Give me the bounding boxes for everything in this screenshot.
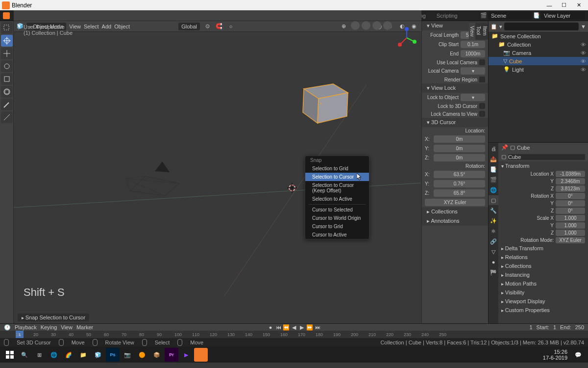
outliner-light[interactable]: 💡Light 👁 — [489, 65, 588, 74]
clip-start-field[interactable]: 0.1m — [461, 41, 485, 48]
prop-tab-object[interactable]: ▢ — [489, 195, 498, 205]
snap-icon[interactable]: 🧲 — [215, 22, 223, 31]
minimize-button[interactable]: — — [542, 0, 557, 10]
jump-next-icon[interactable]: ⏩ — [306, 324, 313, 330]
cursor-x-field[interactable]: 0m — [434, 135, 485, 143]
rot-x-field[interactable]: 0° — [556, 193, 585, 199]
app-icon[interactable]: 🧊 — [91, 348, 105, 362]
scale-y-field[interactable]: 1.000 — [556, 222, 585, 229]
tool-scale[interactable] — [1, 73, 13, 85]
scale-x-field[interactable]: 1.000 — [556, 215, 585, 221]
snap-cursor-to-sel[interactable]: Cursor to Selected — [305, 206, 369, 214]
autokey-icon[interactable]: ● — [267, 324, 274, 330]
snap-cursor-grid[interactable]: Cursor to Grid — [305, 222, 369, 231]
prop-tab-constraint[interactable]: 🔗 — [489, 237, 498, 246]
eye-icon[interactable]: 👁 — [581, 67, 586, 73]
prop-tab-world[interactable]: 🌐 — [489, 185, 498, 195]
local-camera-field[interactable]: ▾ — [461, 67, 485, 75]
annotations-section-header[interactable]: ▸ Annotations — [422, 216, 488, 226]
tool-measure[interactable] — [1, 111, 13, 123]
prop-tab-texture[interactable]: 🏁 — [489, 267, 498, 277]
scale-z-field[interactable]: 1.000 — [556, 230, 585, 236]
prop-tab-data[interactable]: ▽ — [489, 247, 498, 257]
jump-end-icon[interactable]: ⏭ — [314, 324, 321, 330]
cursor-ry-field[interactable]: 0.76° — [434, 180, 485, 187]
view-lock-section-header[interactable]: ▾ View Lock — [422, 83, 488, 93]
playback-menu[interactable]: Playback — [15, 324, 37, 330]
camera-view-icon[interactable] — [372, 21, 381, 30]
filter-icon[interactable]: ▼ — [581, 24, 586, 29]
last-operator-box[interactable]: ▸ Snap Selection to Cursor — [18, 314, 89, 321]
visibility-section[interactable]: ▸ Visibility — [498, 288, 588, 297]
loc-x-field[interactable]: -1.0389m — [556, 171, 585, 177]
rot-z-field[interactable]: 0° — [556, 208, 585, 214]
cursor-rotmode-dropdown[interactable]: XYZ Euler — [425, 199, 485, 206]
orientation-dropdown[interactable]: Global — [178, 23, 200, 30]
maximize-button[interactable]: ☐ — [557, 0, 571, 10]
proportional-icon[interactable]: ○ — [226, 22, 235, 31]
keying-menu[interactable]: Keying — [41, 324, 57, 330]
eye-icon[interactable]: 👁 — [581, 50, 586, 56]
jump-start-icon[interactable]: ⏮ — [275, 324, 282, 330]
outliner-editor-icon[interactable]: 📋 — [490, 24, 497, 30]
prop-tab-output[interactable]: 📤 — [489, 154, 498, 164]
start-button[interactable] — [3, 348, 17, 362]
view-layer-field[interactable]: View Layer — [541, 12, 585, 20]
outliner-scene-collection[interactable]: 📁Scene Collection — [489, 32, 588, 40]
outliner-search[interactable] — [504, 23, 579, 30]
cursor-y-field[interactable]: 0m — [434, 145, 485, 152]
tool-cursor[interactable] — [1, 35, 13, 47]
loc-y-field[interactable]: 2.3468m — [556, 178, 585, 184]
display-mode-icon[interactable]: ▾ — [499, 24, 502, 30]
outliner-camera[interactable]: 📷Camera 👁 — [489, 49, 588, 57]
premiere-icon[interactable]: Pr — [165, 348, 178, 362]
collections-section[interactable]: ▸ Collections — [498, 262, 588, 270]
prop-tab-viewlayer[interactable]: 📑 — [489, 164, 498, 174]
app-icon-3[interactable]: 🟠 — [135, 348, 149, 362]
tab-scripting[interactable]: Scripting — [432, 11, 463, 20]
cursor-rx-field[interactable]: 63.5° — [434, 171, 485, 178]
app-icon-4[interactable]: 📦 — [150, 348, 164, 362]
edge-icon[interactable]: 🌐 — [47, 348, 61, 362]
snap-sel-to-grid[interactable]: Selection to Grid — [305, 164, 369, 173]
object-menu-viewport[interactable]: Object — [114, 24, 130, 29]
marker-menu[interactable]: Marker — [76, 324, 93, 330]
lock-obj-field[interactable]: ▾ — [461, 94, 485, 101]
system-clock[interactable]: 15:26 17-6-2019 — [543, 349, 570, 361]
relations-section[interactable]: ▸ Relations — [498, 253, 588, 262]
current-frame-field[interactable]: 1 — [529, 324, 532, 330]
chrome-icon[interactable]: 🌈 — [62, 348, 75, 362]
notifications-icon[interactable]: 💬 — [571, 348, 585, 362]
camera-object[interactable] — [121, 157, 189, 201]
prop-tab-particle[interactable]: ✨ — [489, 216, 498, 226]
photoshop-icon[interactable]: Ps — [106, 348, 120, 362]
zoom-icon[interactable] — [351, 21, 360, 30]
snap-cursor-origin[interactable]: Cursor to World Origin — [305, 214, 369, 222]
rot-y-field[interactable]: 0° — [556, 200, 585, 207]
play-icon[interactable]: ▶ — [298, 324, 305, 330]
eye-icon[interactable]: 👁 — [581, 58, 586, 64]
eye-icon[interactable]: 👁 — [581, 42, 586, 48]
pivot-icon[interactable]: ⊙ — [203, 22, 212, 31]
rotmode-dropdown[interactable]: XYZ Euler — [556, 237, 585, 243]
cursor-rz-field[interactable]: 65.8° — [434, 189, 485, 197]
viewport-3d[interactable]: 🧊 ▫ Object Mode View Select Add Object G… — [14, 21, 421, 323]
clip-end-field[interactable]: 1000m — [461, 50, 485, 57]
timeline-ruler[interactable]: 1 10203040506070809010011012013014015016… — [0, 331, 588, 338]
custom-props-section[interactable]: ▸ Custom Properties — [498, 306, 588, 315]
viewport-display-section[interactable]: ▸ Viewport Display — [498, 297, 588, 306]
app-icon-2[interactable]: 📷 — [121, 348, 134, 362]
timeline-editor-icon[interactable]: 🕐 — [4, 324, 11, 331]
taskview-icon[interactable]: ⊞ — [32, 348, 46, 362]
editor-type-icon[interactable]: 🧊 — [17, 23, 24, 29]
tool-select[interactable] — [1, 22, 13, 34]
gizmo-toggle-icon[interactable]: ⊕ — [339, 22, 348, 31]
snap-cursor-active[interactable]: Cursor to Active — [305, 231, 369, 239]
pan-icon[interactable] — [362, 21, 370, 30]
prop-tab-physics[interactable]: ⚛ — [489, 226, 498, 236]
snap-sel-to-active[interactable]: Selection to Active — [305, 195, 369, 203]
prop-tab-modifier[interactable]: 🔧 — [489, 206, 498, 215]
prop-tab-scene[interactable]: 🎬 — [489, 175, 498, 184]
explorer-icon[interactable]: 📁 — [76, 348, 90, 362]
tool-move[interactable] — [1, 48, 13, 59]
